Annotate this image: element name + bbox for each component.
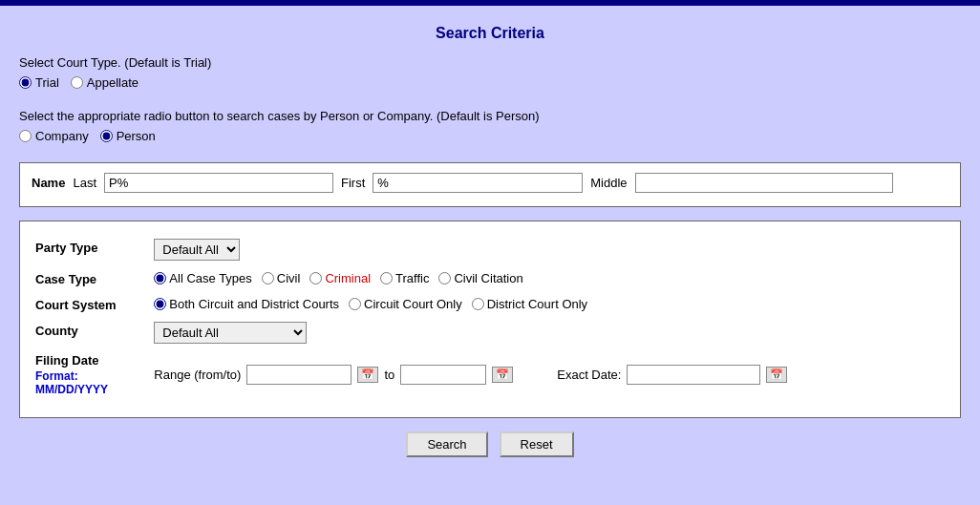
case-civil-label: Civil xyxy=(277,271,301,285)
criteria-box: Party Type Default All Case Type All Cas… xyxy=(19,221,961,418)
court-system-label: Court System xyxy=(35,292,154,318)
button-row: Search Reset xyxy=(19,431,961,457)
name-field-label: Name xyxy=(32,176,65,190)
middle-name-input[interactable] xyxy=(635,173,893,193)
case-civil-citation-opt[interactable]: Civil Citation xyxy=(438,271,522,285)
last-label: Last xyxy=(73,176,96,190)
court-district-opt[interactable]: District Court Only xyxy=(472,297,587,311)
page-title: Search Criteria xyxy=(19,15,961,55)
case-traffic-opt[interactable]: Traffic xyxy=(380,271,429,285)
court-both-radio[interactable] xyxy=(154,298,166,310)
filing-date-format-value: MM/DD/YYYY xyxy=(35,383,138,396)
county-label: County xyxy=(35,318,154,349)
case-civil-citation-radio[interactable] xyxy=(438,272,451,284)
court-circuit-label: Circuit Court Only xyxy=(364,297,462,311)
criteria-table: Party Type Default All Case Type All Cas… xyxy=(35,235,945,402)
county-cell: Default All xyxy=(154,318,945,349)
court-type-trial[interactable]: Trial xyxy=(19,75,59,90)
appellate-label: Appellate xyxy=(87,75,138,90)
court-circuit-opt[interactable]: Circuit Court Only xyxy=(349,297,462,311)
date-from-input[interactable] xyxy=(246,365,352,385)
case-criminal-label: Criminal xyxy=(325,271,371,285)
case-type-label: Case Type xyxy=(35,266,154,292)
search-by-person[interactable]: Person xyxy=(100,129,156,143)
court-system-cell: Both Circuit and District Courts Circuit… xyxy=(154,292,945,318)
court-type-label: Select Court Type. (Default is Trial) xyxy=(19,55,961,70)
case-all-label: All Case Types xyxy=(169,271,251,285)
date-to-input[interactable] xyxy=(400,365,486,385)
filing-date-label-cell: Filing Date Format: MM/DD/YYYY xyxy=(35,349,154,402)
case-traffic-radio[interactable] xyxy=(380,272,393,284)
date-from-calendar-btn[interactable]: 📅 xyxy=(357,367,378,383)
case-civil-citation-label: Civil Citation xyxy=(454,271,522,285)
exact-date-label: Exact Date: xyxy=(557,368,621,382)
last-name-input[interactable] xyxy=(104,173,333,193)
person-label: Person xyxy=(117,129,156,143)
court-both-opt[interactable]: Both Circuit and District Courts xyxy=(154,297,339,311)
party-type-row: Party Type Default All xyxy=(35,235,945,266)
reset-button[interactable]: Reset xyxy=(500,431,574,457)
filing-date-row: Filing Date Format: MM/DD/YYYY Range (fr… xyxy=(35,349,945,402)
filing-date-label: Filing Date xyxy=(35,353,138,369)
filing-date-format-label: Format: xyxy=(35,369,138,383)
search-button[interactable]: Search xyxy=(406,431,487,457)
company-label: Company xyxy=(35,129,89,143)
search-by-company[interactable]: Company xyxy=(19,129,89,143)
court-district-radio[interactable] xyxy=(472,298,484,310)
filing-date-cell: Range (from/to) 📅 to 📅 Exact Date: 📅 xyxy=(154,349,945,402)
name-box: Name Last First Middle xyxy=(19,162,961,207)
first-name-input[interactable] xyxy=(373,173,583,193)
case-civil-radio[interactable] xyxy=(262,272,274,284)
person-radio[interactable] xyxy=(100,130,113,142)
court-type-group: Trial Appellate xyxy=(19,75,961,90)
to-label: to xyxy=(384,368,394,382)
search-by-group: Company Person xyxy=(19,129,961,143)
appellate-radio[interactable] xyxy=(71,76,83,89)
party-type-label: Party Type xyxy=(35,235,154,266)
case-civil-opt[interactable]: Civil xyxy=(262,271,301,285)
case-all-radio[interactable] xyxy=(154,272,166,284)
court-circuit-radio[interactable] xyxy=(349,298,361,310)
filing-date-row-inputs: Range (from/to) 📅 to 📅 Exact Date: 📅 xyxy=(154,365,939,385)
case-type-row: Case Type All Case Types Civil xyxy=(35,266,945,292)
trial-label: Trial xyxy=(35,75,59,90)
court-district-label: District Court Only xyxy=(487,297,587,311)
party-type-select[interactable]: Default All xyxy=(154,239,240,261)
exact-date-input[interactable] xyxy=(627,365,760,385)
court-system-row: Court System Both Circuit and District C… xyxy=(35,292,945,318)
party-type-cell: Default All xyxy=(154,235,945,266)
range-label: Range (from/to) xyxy=(154,368,241,382)
case-criminal-radio[interactable] xyxy=(309,272,322,284)
case-criminal-opt[interactable]: Criminal xyxy=(309,271,371,285)
court-both-label: Both Circuit and District Courts xyxy=(169,297,339,311)
court-type-appellate[interactable]: Appellate xyxy=(71,75,138,90)
first-label: First xyxy=(341,176,365,190)
case-type-cell: All Case Types Civil Criminal Traff xyxy=(154,266,945,292)
search-by-label: Select the appropriate radio button to s… xyxy=(19,109,961,123)
case-traffic-label: Traffic xyxy=(395,271,429,285)
court-system-options: Both Circuit and District Courts Circuit… xyxy=(154,297,939,311)
county-select[interactable]: Default All xyxy=(154,322,307,344)
case-all-opt[interactable]: All Case Types xyxy=(154,271,251,285)
exact-date-calendar-btn[interactable]: 📅 xyxy=(766,367,787,383)
county-row: County Default All xyxy=(35,318,945,349)
trial-radio[interactable] xyxy=(19,76,32,89)
middle-label: Middle xyxy=(590,176,627,190)
case-type-options: All Case Types Civil Criminal Traff xyxy=(154,271,939,285)
company-radio[interactable] xyxy=(19,130,32,142)
date-to-calendar-btn[interactable]: 📅 xyxy=(492,367,513,383)
